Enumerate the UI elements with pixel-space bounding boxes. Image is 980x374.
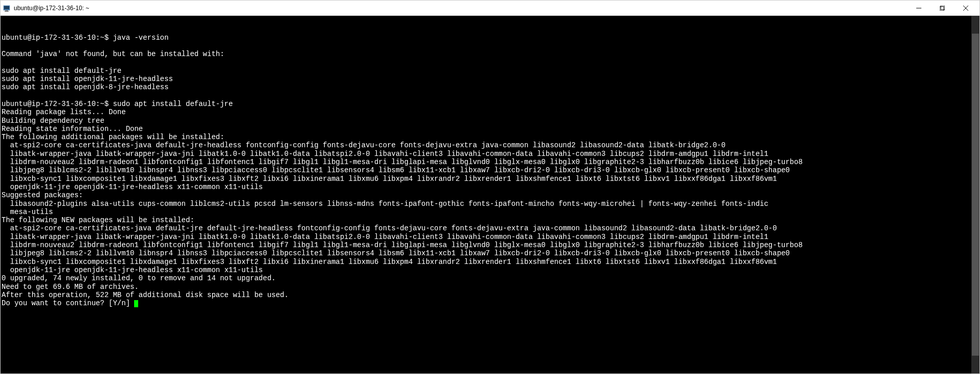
terminal-output: ubuntu@ip-172-31-36-10:~$ java -version … bbox=[2, 34, 978, 308]
svg-rect-3 bbox=[5, 11, 9, 12]
cursor bbox=[134, 300, 138, 307]
window-title: ubuntu@ip-172-31-36-10: ~ bbox=[14, 5, 907, 12]
titlebar[interactable]: ubuntu@ip-172-31-36-10: ~ bbox=[1, 1, 979, 16]
putty-icon bbox=[3, 4, 11, 12]
svg-rect-5 bbox=[940, 7, 944, 11]
close-button[interactable] bbox=[954, 1, 977, 16]
svg-rect-2 bbox=[5, 10, 8, 11]
scrollbar[interactable] bbox=[971, 16, 979, 373]
minimize-button[interactable] bbox=[907, 1, 931, 16]
scrollbar-thumb[interactable] bbox=[972, 34, 979, 356]
svg-rect-6 bbox=[941, 6, 945, 10]
window-controls bbox=[907, 1, 977, 16]
putty-window: ubuntu@ip-172-31-36-10: ~ ubuntu@ip-172-… bbox=[0, 0, 980, 374]
terminal[interactable]: ubuntu@ip-172-31-36-10:~$ java -version … bbox=[1, 16, 979, 373]
maximize-button[interactable] bbox=[931, 1, 954, 16]
svg-rect-1 bbox=[4, 6, 9, 9]
